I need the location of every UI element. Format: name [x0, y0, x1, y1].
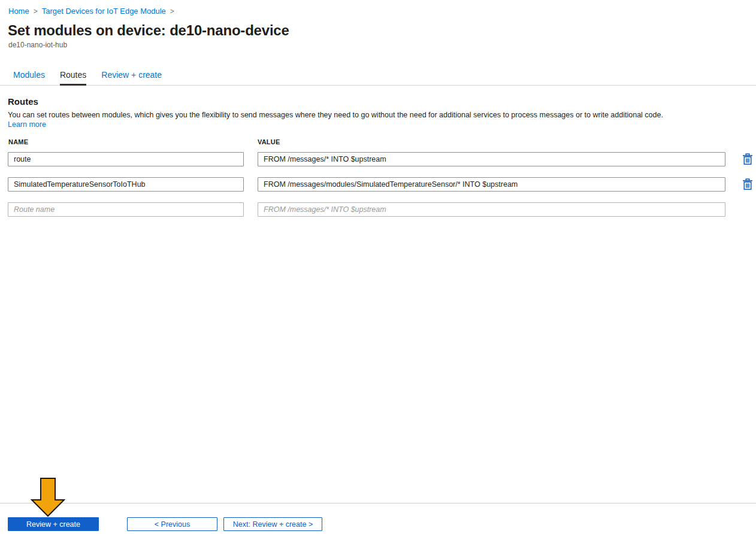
- tab-modules[interactable]: Modules: [13, 67, 45, 86]
- page-subtitle: de10-nano-iot-hub: [8, 41, 67, 49]
- tab-bar: Modules Routes Review + create: [0, 67, 756, 86]
- delete-route-button-2[interactable]: [742, 178, 753, 190]
- page-title: Set modules on device: de10-nano-device: [8, 22, 289, 39]
- route-value-input-new[interactable]: [258, 202, 725, 217]
- learn-more-link[interactable]: Learn more: [8, 120, 46, 129]
- route-name-input-2[interactable]: [8, 177, 244, 192]
- chevron-right-icon: >: [34, 7, 38, 16]
- next-review-create-button[interactable]: Next: Review + create >: [223, 517, 322, 531]
- previous-button[interactable]: < Previous: [127, 517, 217, 531]
- route-name-input-new[interactable]: [8, 202, 244, 217]
- tab-review-create[interactable]: Review + create: [101, 67, 162, 86]
- tab-routes[interactable]: Routes: [60, 67, 86, 86]
- breadcrumb: Home > Target Devices for IoT Edge Modul…: [8, 7, 174, 16]
- breadcrumb-target-devices-link[interactable]: Target Devices for IoT Edge Module: [42, 7, 166, 16]
- footer-divider: [0, 503, 756, 503]
- breadcrumb-home-link[interactable]: Home: [8, 7, 29, 16]
- delete-route-button-1[interactable]: [742, 153, 753, 165]
- routes-description: You can set routes between modules, whic…: [8, 111, 745, 120]
- annotation-arrow-down-icon: [30, 478, 66, 520]
- trash-icon: [742, 158, 753, 167]
- routes-section-heading: Routes: [8, 96, 38, 107]
- chevron-right-icon: >: [170, 7, 174, 16]
- trash-icon: [742, 183, 753, 192]
- route-name-input-1[interactable]: [8, 152, 244, 166]
- name-column-header: NAME: [8, 138, 28, 145]
- route-value-input-1[interactable]: [258, 152, 725, 166]
- value-column-header: VALUE: [258, 138, 280, 145]
- route-value-input-2[interactable]: [258, 177, 725, 192]
